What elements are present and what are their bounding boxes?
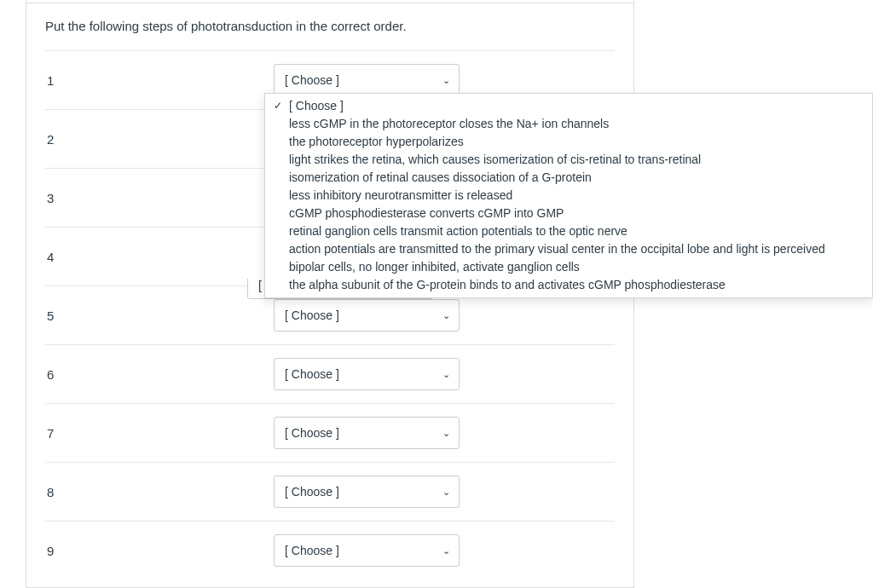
chevron-down-icon: ⌄ bbox=[442, 75, 450, 86]
dropdown-option[interactable]: light strikes the retina, which causes i… bbox=[265, 151, 872, 169]
step-select-6[interactable]: [ Choose ] ⌄ bbox=[274, 358, 460, 390]
chevron-down-icon: ⌄ bbox=[442, 487, 450, 498]
dropdown-option-label: cGMP phosphodiesterase converts cGMP int… bbox=[289, 205, 864, 222]
chevron-down-icon: ⌄ bbox=[442, 545, 450, 556]
question-text: Put the following steps of phototransduc… bbox=[26, 3, 633, 50]
step-row-7: 7 [ Choose ] ⌄ bbox=[45, 404, 615, 463]
chevron-down-icon: ⌄ bbox=[442, 428, 450, 439]
select-value: [ Choose ] bbox=[285, 73, 339, 87]
dropdown-option[interactable]: action potentials are transmitted to the… bbox=[265, 240, 872, 258]
step-select-1[interactable]: [ Choose ] ⌄ bbox=[274, 64, 460, 96]
step-select-9[interactable]: [ Choose ] ⌄ bbox=[274, 534, 460, 567]
step-row-8: 8 [ Choose ] ⌄ bbox=[45, 463, 615, 522]
dropdown-option[interactable]: the photoreceptor hyperpolarizes bbox=[265, 133, 872, 151]
dropdown-option-label: less cGMP in the photoreceptor closes th… bbox=[289, 116, 864, 132]
chevron-down-icon: ⌄ bbox=[442, 310, 450, 321]
dropdown-menu: ✓ [ Choose ] less cGMP in the photorecep… bbox=[264, 93, 873, 298]
dropdown-option-label: [ Choose ] bbox=[289, 98, 864, 114]
dropdown-option-label: the alpha subunit of the G-protein binds… bbox=[289, 277, 864, 293]
step-row-6: 6 [ Choose ] ⌄ bbox=[45, 345, 615, 404]
step-number: 1 bbox=[45, 73, 274, 88]
dropdown-option[interactable]: retinal ganglion cells transmit action p… bbox=[265, 222, 872, 240]
step-number: 3 bbox=[45, 191, 274, 205]
dropdown-option-label: light strikes the retina, which causes i… bbox=[289, 152, 864, 168]
step-number: 9 bbox=[45, 544, 274, 558]
step-select-8[interactable]: [ Choose ] ⌄ bbox=[274, 476, 460, 508]
step-select-7[interactable]: [ Choose ] ⌄ bbox=[274, 417, 460, 449]
step-number: 4 bbox=[45, 250, 274, 264]
dropdown-option[interactable]: bipolar cells, no longer inhibited, acti… bbox=[265, 258, 872, 276]
check-icon: ✓ bbox=[274, 98, 289, 114]
dropdown-option[interactable]: the alpha subunit of the G-protein binds… bbox=[265, 276, 872, 294]
dropdown-option-label: bipolar cells, no longer inhibited, acti… bbox=[289, 259, 864, 275]
dropdown-option[interactable]: less inhibitory neurotransmitter is rele… bbox=[265, 187, 872, 205]
step-number: 5 bbox=[45, 308, 274, 323]
dropdown-option-label: the photoreceptor hyperpolarizes bbox=[289, 134, 864, 150]
step-row-9: 9 [ Choose ] ⌄ bbox=[45, 522, 615, 579]
select-value: [ Choose ] bbox=[285, 367, 339, 381]
select-value: [ Choose ] bbox=[285, 308, 339, 322]
step-number: 8 bbox=[45, 485, 274, 499]
dropdown-option-label: isomerization of retinal causes dissocia… bbox=[289, 170, 864, 186]
step-number: 2 bbox=[45, 132, 274, 147]
dropdown-option[interactable]: cGMP phosphodiesterase converts cGMP int… bbox=[265, 205, 872, 222]
select-value: [ Choose ] bbox=[285, 544, 339, 557]
dropdown-option-label: action potentials are transmitted to the… bbox=[289, 241, 864, 257]
dropdown-option-choose[interactable]: ✓ [ Choose ] bbox=[265, 97, 872, 115]
step-number: 7 bbox=[45, 426, 274, 441]
dropdown-option[interactable]: isomerization of retinal causes dissocia… bbox=[265, 169, 872, 187]
dropdown-option-label: less inhibitory neurotransmitter is rele… bbox=[289, 187, 864, 204]
dropdown-option[interactable]: less cGMP in the photoreceptor closes th… bbox=[265, 115, 872, 133]
step-select-5[interactable]: [ Choose ] ⌄ bbox=[274, 299, 460, 331]
select-value: [ Choose ] bbox=[285, 426, 339, 440]
step-number: 6 bbox=[45, 367, 274, 382]
chevron-down-icon: ⌄ bbox=[442, 369, 450, 380]
dropdown-option-label: retinal ganglion cells transmit action p… bbox=[289, 223, 864, 239]
select-value: [ Choose ] bbox=[285, 485, 339, 499]
